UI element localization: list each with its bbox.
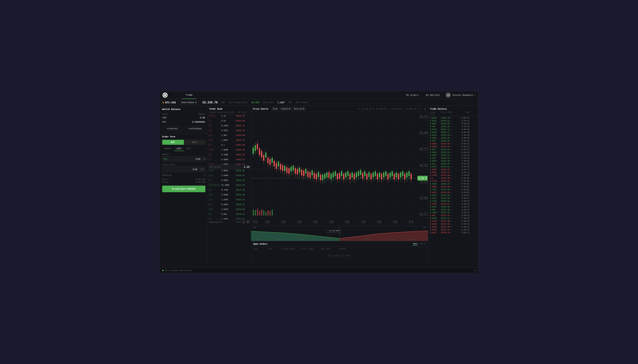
bid-row[interactable]: 1.2904 10329.35 - bbox=[208, 198, 251, 203]
plus-icon: ⊕ bbox=[167, 127, 169, 130]
nav-tab-trade[interactable]: Trade bbox=[182, 91, 196, 99]
svg-rect-194 bbox=[257, 209, 258, 216]
open-tab[interactable]: Open bbox=[413, 242, 418, 246]
advanced-toggle[interactable]: Advanced ▼ bbox=[162, 174, 205, 176]
fills-tab[interactable]: Fills bbox=[420, 242, 426, 246]
svg-rect-119 bbox=[335, 171, 336, 176]
footer: All Systems Operational ⚙ bbox=[160, 268, 478, 273]
trade-history-row: 0.005 10333.00 ↗ 9:48:53 bbox=[428, 208, 478, 211]
my-orders-btn[interactable]: My Orders bbox=[405, 93, 420, 97]
ticker-price: 10,336.78 bbox=[202, 101, 218, 104]
overlay-select[interactable]: Overlay ▼ bbox=[293, 107, 306, 111]
timeframe-select[interactable]: 5m ▼ bbox=[272, 107, 279, 111]
ask-row[interactable]: 2.0000 10342.85 - bbox=[208, 148, 251, 153]
stop-tab[interactable]: STOP bbox=[184, 146, 193, 151]
sell-tab[interactable]: SELL bbox=[184, 140, 206, 145]
svg-rect-195 bbox=[259, 211, 260, 216]
place-order-button[interactable]: PLACE BUY ORDER bbox=[162, 186, 205, 192]
wallet-asset-usd: USD bbox=[163, 116, 175, 120]
ask-row[interactable]: 0.1 10342.90 - bbox=[208, 144, 251, 148]
trade-history-row: 0.0093 10336.69 ↗ 9:49:30 bbox=[428, 151, 478, 154]
chevron-down-icon: ▼ bbox=[474, 94, 475, 96]
svg-rect-107 bbox=[322, 174, 323, 180]
ask-row[interactable]: 2.0000 10341.95 - bbox=[208, 163, 251, 164]
bid-row[interactable]: 0.0999 10329.25 - bbox=[208, 203, 251, 208]
limit-price-input[interactable] bbox=[162, 167, 199, 172]
bid-row[interactable]: 1.0000 10327.95 - bbox=[208, 218, 251, 219]
trade-history-row: 0.001 10332.95 ↘ 9:48:50 bbox=[428, 214, 478, 217]
ticker-change-label: 24h price bbox=[263, 101, 274, 104]
svg-text:3:00: 3:00 bbox=[297, 220, 301, 224]
svg-text:$10,330: $10,330 bbox=[321, 239, 327, 240]
bid-row[interactable]: 0.0984 10333.50 - bbox=[208, 179, 251, 184]
svg-rect-167 bbox=[385, 171, 386, 176]
bid-row[interactable]: 4.0045 10335.05 - bbox=[208, 169, 251, 174]
chart-type-select[interactable]: Candle ▼ bbox=[280, 107, 291, 111]
chart-expand-icon[interactable]: ▶ bbox=[425, 108, 426, 110]
limit-tab[interactable]: LIMIT bbox=[174, 146, 184, 151]
ask-row[interactable]: 1.007 10344.00 - bbox=[208, 134, 251, 139]
order-form-section: Order Form BUY SELL MARKET LIMIT STOP Am… bbox=[160, 133, 208, 268]
trade-history-row: 0.0083 10331.02 ↗ 9:48:43 bbox=[428, 217, 478, 220]
trade-history-row: 0.4 10336.80 ↘ 9:49:06 bbox=[428, 177, 478, 180]
order-book-spread: USD Spread 1.19 bbox=[208, 164, 251, 169]
trade-history-row: 0.0102 10336.78 ↗ 9:50:15 bbox=[428, 116, 478, 119]
status-text: All Systems Operational bbox=[165, 269, 192, 272]
svg-text:-300: -300 bbox=[252, 227, 256, 228]
svg-text:$10,430: $10,430 bbox=[365, 239, 371, 240]
svg-rect-65 bbox=[278, 162, 279, 166]
svg-text:$10,380: $10,380 bbox=[343, 239, 349, 240]
settings-icon[interactable]: ⚙ bbox=[474, 269, 476, 272]
ask-row[interactable]: 0.0688 10342.15 - bbox=[208, 158, 251, 163]
svg-rect-201 bbox=[272, 210, 273, 216]
ask-row[interactable]: 3.14 10344.45 - bbox=[208, 114, 251, 119]
order-book-aggregation: Aggregation 0.05 − + bbox=[208, 219, 251, 224]
chart-title: Price Charts bbox=[253, 108, 268, 110]
bid-row[interactable]: 0.001 10328.15 - bbox=[208, 213, 251, 218]
svg-rect-181 bbox=[400, 172, 401, 177]
ask-row[interactable]: 1.0047 10343.75 - bbox=[208, 139, 251, 144]
svg-rect-153 bbox=[370, 174, 372, 180]
withdraw-button[interactable]: ⊖ WITHDRAW bbox=[185, 126, 206, 131]
svg-rect-125 bbox=[341, 171, 342, 176]
svg-rect-135 bbox=[351, 172, 353, 177]
trade-history-row: 0.0046 10336.06 ↘ 9:49:42 bbox=[428, 142, 478, 145]
buy-tab[interactable]: BUY bbox=[162, 140, 184, 145]
amount-input[interactable] bbox=[169, 156, 202, 162]
deposit-button[interactable]: ⊕ DEPOSIT bbox=[162, 126, 183, 131]
svg-rect-155 bbox=[373, 172, 374, 177]
svg-rect-67 bbox=[280, 164, 281, 170]
my-wallets-btn[interactable]: My Wallets bbox=[425, 93, 441, 97]
svg-rect-89 bbox=[303, 170, 304, 176]
amount-max-link[interactable]: Max bbox=[162, 158, 169, 160]
bid-row[interactable]: 2.5000 10334.95 - bbox=[208, 174, 251, 179]
svg-rect-51 bbox=[263, 155, 264, 161]
bid-row[interactable]: 0.7599 10332.90 - bbox=[208, 188, 251, 193]
svg-rect-97 bbox=[311, 170, 313, 175]
market-tab[interactable]: MARKET bbox=[162, 146, 174, 151]
agg-increase-btn[interactable]: + bbox=[246, 220, 249, 224]
user-menu[interactable]: SN Satoshi Nakamoto ▼ bbox=[446, 92, 475, 98]
svg-rect-189 bbox=[408, 171, 410, 176]
app-window: Trade My Orders My Wallets SN Satoshi Na… bbox=[160, 91, 478, 273]
bid-row[interactable]: 25.3000 10333.00 - bbox=[208, 184, 251, 188]
svg-rect-57 bbox=[269, 159, 271, 165]
trade-history-panel: Trade History Trade Size Price (USD) Tim… bbox=[428, 106, 478, 268]
ask-row[interactable]: 0.1000 10342.65 - bbox=[208, 153, 251, 158]
wallet-asset-btc: BTC bbox=[163, 120, 175, 124]
svg-rect-93 bbox=[307, 171, 309, 177]
ask-row[interactable]: 0.5922 10344.30 - bbox=[208, 129, 251, 134]
svg-rect-103 bbox=[318, 172, 319, 177]
bid-row[interactable]: 3.0000 10331.00 - bbox=[208, 193, 251, 198]
open-orders-panel: Open Orders Open Fills Side Size Filled … bbox=[251, 241, 428, 268]
ask-row[interactable]: 0.01 10344.40 - bbox=[208, 119, 251, 124]
bid-row[interactable]: 3.0268 10329.00 - bbox=[208, 208, 251, 213]
ticker-price-unit: USD bbox=[221, 101, 225, 104]
svg-rect-113 bbox=[328, 172, 330, 178]
svg-rect-173 bbox=[392, 171, 393, 176]
agg-decrease-btn[interactable]: − bbox=[242, 220, 245, 224]
order-book-title: Order Book bbox=[210, 108, 249, 110]
ask-row[interactable]: 0.2999 10344.35 - bbox=[208, 124, 251, 129]
svg-rect-45 bbox=[257, 144, 258, 150]
select-market-button[interactable]: Select Market ▼ bbox=[179, 100, 199, 104]
